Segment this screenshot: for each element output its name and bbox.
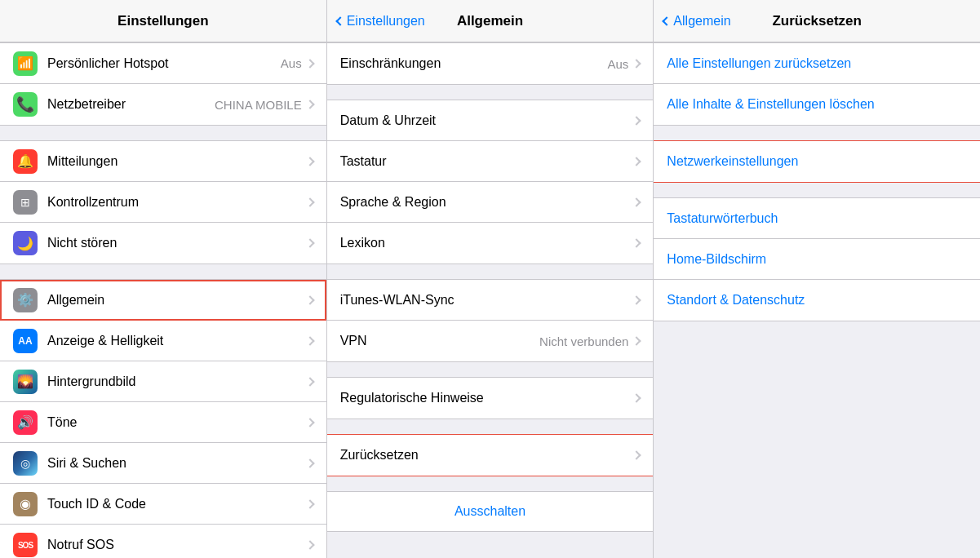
- sidebar-item-carrier[interactable]: 📞 Netzbetreiber CHINA MOBILE: [0, 84, 326, 125]
- carrier-value: CHINA MOBILE: [215, 98, 302, 112]
- display-label: Anzeige & Helligkeit: [47, 334, 307, 348]
- sidebar-item-control[interactable]: ⊞ Kontrollzentrum: [0, 182, 326, 223]
- touchid-icon: ◉: [13, 492, 38, 516]
- panel1: 📶 Persönlicher Hotspot Aus 📞 Netzbetreib…: [0, 42, 327, 558]
- sidebar-item-general[interactable]: ⚙️ Allgemein: [0, 280, 326, 321]
- restrictions-value: Aus: [607, 57, 628, 71]
- siri-label: Siri & Suchen: [47, 456, 307, 471]
- panel2-mid-group: Datum & Uhrzeit Tastatur Sprache & Regio…: [327, 100, 654, 264]
- sos-label: Notruf SOS: [47, 538, 307, 552]
- chevron-right-icon: [305, 157, 314, 166]
- panel3-item-home[interactable]: Home-Bildschirm: [654, 239, 980, 280]
- hotspot-value: Aus: [281, 56, 302, 70]
- spacer8: [654, 183, 980, 197]
- chevron-right-icon: [632, 157, 641, 166]
- sounds-label: Töne: [47, 415, 307, 430]
- keyboard-label: Tastatur: [340, 154, 634, 169]
- panel3-back[interactable]: Allgemein: [663, 14, 730, 29]
- chevron-right-icon: [632, 295, 641, 304]
- panel3-item-location[interactable]: Standort & Datenschutz: [654, 280, 980, 321]
- touchid-label: Touch ID & Code: [47, 497, 307, 512]
- panel1-header: Einstellungen: [0, 0, 327, 42]
- vpn-value: Nicht verbunden: [539, 334, 628, 348]
- spacer6: [327, 419, 654, 434]
- chevron-right-icon: [305, 540, 314, 549]
- panel2-item-keyboard[interactable]: Tastatur: [327, 141, 654, 182]
- sidebar-item-notifications[interactable]: 🔔 Mitteilungen: [0, 141, 326, 182]
- panel3-item-keyboard[interactable]: Tastaturwörterbuch: [654, 198, 980, 239]
- chevron-left-icon2: [663, 16, 672, 25]
- sidebar-item-siri[interactable]: ◎ Siri & Suchen: [0, 443, 326, 484]
- reset-label: Zurücksetzen: [340, 448, 634, 463]
- chevron-left-icon: [335, 16, 344, 25]
- chevron-right-icon: [632, 450, 641, 459]
- wlansync-label: iTunes-WLAN-Sync: [340, 293, 634, 308]
- chevron-right-icon: [305, 458, 314, 467]
- sidebar-item-hotspot[interactable]: 📶 Persönlicher Hotspot Aus: [0, 43, 326, 84]
- spacer7: [654, 126, 980, 140]
- panel3-item-network[interactable]: Netzwerkeinstellungen: [654, 141, 980, 182]
- spacer2: [0, 264, 326, 279]
- panel2-sync-group: iTunes-WLAN-Sync VPN Nicht verbunden: [327, 279, 654, 362]
- sidebar-item-wallpaper[interactable]: 🌄 Hintergrundbild: [0, 361, 326, 402]
- general-label: Allgemein: [47, 293, 307, 308]
- chevron-right-icon: [632, 238, 641, 247]
- location-label: Standort & Datenschutz: [667, 293, 967, 308]
- spacer5: [327, 362, 654, 377]
- chevron-right-icon: [632, 336, 641, 345]
- chevron-right-icon: [632, 393, 641, 402]
- hotspot-label: Persönlicher Hotspot: [47, 56, 281, 71]
- sidebar-item-dnd[interactable]: 🌙 Nicht stören: [0, 223, 326, 264]
- panel2-item-datetime[interactable]: Datum & Uhrzeit: [327, 100, 654, 141]
- panel2-back[interactable]: Einstellungen: [337, 14, 425, 29]
- panel2-item-restrictions[interactable]: Einschränkungen Aus: [327, 43, 654, 84]
- control-icon: ⊞: [13, 190, 38, 215]
- chevron-right-icon: [632, 59, 641, 68]
- sidebar-item-sounds[interactable]: 🔊 Töne: [0, 402, 326, 443]
- notifications-label: Mitteilungen: [47, 154, 307, 169]
- control-label: Kontrollzentrum: [47, 195, 307, 210]
- panel2-reg-group: Regulatorische Hinweise: [327, 377, 654, 419]
- panel2-reset-group: Zurücksetzen: [327, 434, 654, 476]
- panel2-item-dictionary[interactable]: Lexikon: [327, 223, 654, 264]
- chevron-right-icon: [305, 336, 314, 345]
- panel2-item-language[interactable]: Sprache & Region: [327, 182, 654, 223]
- datetime-label: Datum & Uhrzeit: [340, 113, 634, 128]
- chevron-right-icon: [305, 100, 314, 108]
- wallpaper-icon: 🌄: [13, 370, 38, 394]
- sidebar-item-touchid[interactable]: ◉ Touch ID & Code: [0, 484, 326, 525]
- panel3-back-label: Allgemein: [673, 14, 730, 29]
- sidebar-item-display[interactable]: AA Anzeige & Helligkeit: [0, 321, 326, 361]
- chevron-right-icon: [305, 418, 314, 427]
- sos-icon: SOS: [13, 533, 38, 557]
- chevron-right-icon: [632, 197, 641, 206]
- general-icon: ⚙️: [13, 288, 38, 312]
- panel3-item-erase-all[interactable]: Alle Inhalte & Einstellungen löschen: [654, 84, 980, 125]
- home-label: Home-Bildschirm: [667, 252, 967, 267]
- panel2-top-group: Einschränkungen Aus: [327, 42, 654, 85]
- panel2-item-regulatory[interactable]: Regulatorische Hinweise: [327, 378, 654, 418]
- restrictions-label: Einschränkungen: [340, 56, 608, 71]
- panel2: Einschränkungen Aus Datum & Uhrzeit Tast…: [327, 42, 654, 558]
- vpn-label: VPN: [340, 334, 539, 348]
- chevron-right-icon: [305, 59, 314, 68]
- panel2-item-shutdown[interactable]: Ausschalten: [327, 491, 654, 532]
- panel2-item-vpn[interactable]: VPN Nicht verbunden: [327, 321, 654, 361]
- chevron-right-icon: [305, 499, 314, 508]
- dnd-icon: 🌙: [13, 231, 38, 255]
- chevron-right-icon: [305, 377, 314, 386]
- dictionary-label: Lexikon: [340, 236, 634, 250]
- sidebar-item-sos[interactable]: SOS Notruf SOS: [0, 525, 326, 558]
- network-label: Netzwerkeinstellungen: [667, 154, 967, 169]
- panel2-item-wlansync[interactable]: iTunes-WLAN-Sync: [327, 280, 654, 321]
- hotspot-icon: 📶: [13, 51, 38, 76]
- spacer4: [327, 264, 654, 279]
- panel1-mid-group: 🔔 Mitteilungen ⊞ Kontrollzentrum 🌙 Nicht…: [0, 140, 326, 264]
- panel3-item-reset-all[interactable]: Alle Einstellungen zurücksetzen: [654, 43, 980, 84]
- panel3: Alle Einstellungen zurücksetzen Alle Inh…: [654, 42, 980, 558]
- panel2-item-reset[interactable]: Zurücksetzen: [327, 435, 654, 476]
- shutdown-label: Ausschalten: [455, 504, 525, 519]
- panel1-top-group: 📶 Persönlicher Hotspot Aus 📞 Netzbetreib…: [0, 42, 326, 126]
- panel2-title: Allgemein: [457, 13, 523, 29]
- content-row: 📶 Persönlicher Hotspot Aus 📞 Netzbetreib…: [0, 42, 980, 558]
